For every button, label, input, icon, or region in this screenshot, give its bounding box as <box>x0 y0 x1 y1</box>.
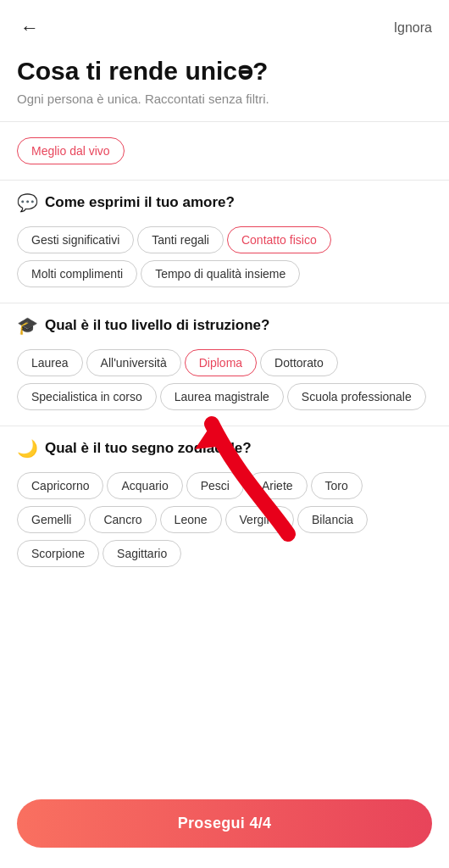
education-section: 🎓 Qual è il tuo livello di istruzione? L… <box>0 315 449 414</box>
education-tags-row: Laurea All'università Diploma Dottorato … <box>17 346 432 414</box>
section-header-love: 💬 Come esprimi il tuo amore? <box>17 192 432 213</box>
tag-ariete[interactable]: Ariete <box>247 472 308 499</box>
selected-tags-section: Meglio dal vivo <box>0 134 449 168</box>
tag-qualita[interactable]: Tempo di qualità insieme <box>141 260 300 287</box>
tag-complimenti[interactable]: Molti complimenti <box>17 260 137 287</box>
zodiac-icon: 🌙 <box>17 438 38 459</box>
divider-1 <box>0 180 449 181</box>
selected-tag-meglio-dal-vivo[interactable]: Meglio dal vivo <box>17 137 125 164</box>
education-title: Qual è il tuo livello di istruzione? <box>45 317 269 334</box>
tag-diploma[interactable]: Diploma <box>185 349 257 376</box>
section-header-zodiac: 🌙 Qual è il tuo segno zodiacale? <box>17 438 432 459</box>
tag-magistrale[interactable]: Laurea magistrale <box>160 383 284 410</box>
tag-bilancia[interactable]: Bilancia <box>297 506 368 533</box>
bottom-bar: Prosegui 4/4 <box>0 789 449 868</box>
tag-regali[interactable]: Tanti regali <box>137 226 224 253</box>
page-subtitle: Ogni persona è unica. Raccontati senza f… <box>17 92 432 106</box>
love-icon: 💬 <box>17 192 38 213</box>
tag-laurea[interactable]: Laurea <box>17 349 83 376</box>
tag-scorpione[interactable]: Scorpione <box>17 540 99 567</box>
love-tags-row: Gesti significativi Tanti regali Contatt… <box>17 223 432 291</box>
title-section: Cosa ti rende unicə? Ogni persona è unic… <box>0 49 449 109</box>
back-button[interactable]: ← <box>17 14 42 42</box>
love-language-section: 💬 Come esprimi il tuo amore? Gesti signi… <box>0 192 449 291</box>
tag-specialistica[interactable]: Specialistica in corso <box>17 383 157 410</box>
zodiac-tags-row: Capricorno Acquario Pesci Ariete Toro Ge… <box>17 469 432 570</box>
zodiac-title: Qual è il tuo segno zodiacale? <box>45 440 252 457</box>
tag-dottorato[interactable]: Dottorato <box>260 349 338 376</box>
bottom-spacer <box>0 577 449 662</box>
tag-pesci[interactable]: Pesci <box>186 472 244 499</box>
tag-contatto[interactable]: Contatto fisico <box>227 226 331 253</box>
love-language-title: Come esprimi il tuo amore? <box>45 194 235 211</box>
tag-gesti[interactable]: Gesti significativi <box>17 226 134 253</box>
tag-capricorno[interactable]: Capricorno <box>17 472 103 499</box>
tag-universita[interactable]: All'università <box>86 349 181 376</box>
proceed-button[interactable]: Prosegui 4/4 <box>17 799 432 848</box>
divider-2 <box>0 303 449 303</box>
ignore-button[interactable]: Ignora <box>394 20 432 36</box>
tag-professionale[interactable]: Scuola professionale <box>287 383 426 410</box>
header: ← Ignora <box>0 0 449 49</box>
tag-vergine[interactable]: Vergine <box>225 506 294 533</box>
divider-top <box>0 121 449 122</box>
tag-leone[interactable]: Leone <box>160 506 222 533</box>
tag-acquario[interactable]: Acquario <box>107 472 182 499</box>
zodiac-section: 🌙 Qual è il tuo segno zodiacale? Caprico… <box>0 438 449 570</box>
divider-3 <box>0 426 449 426</box>
tag-sagittario[interactable]: Sagittario <box>103 540 181 567</box>
tag-gemelli[interactable]: Gemelli <box>17 506 86 533</box>
section-header-edu: 🎓 Qual è il tuo livello di istruzione? <box>17 315 432 336</box>
tag-toro[interactable]: Toro <box>311 472 363 499</box>
tag-cancro[interactable]: Cancro <box>89 506 156 533</box>
education-icon: 🎓 <box>17 315 38 336</box>
page-title: Cosa ti rende unicə? <box>17 56 432 86</box>
